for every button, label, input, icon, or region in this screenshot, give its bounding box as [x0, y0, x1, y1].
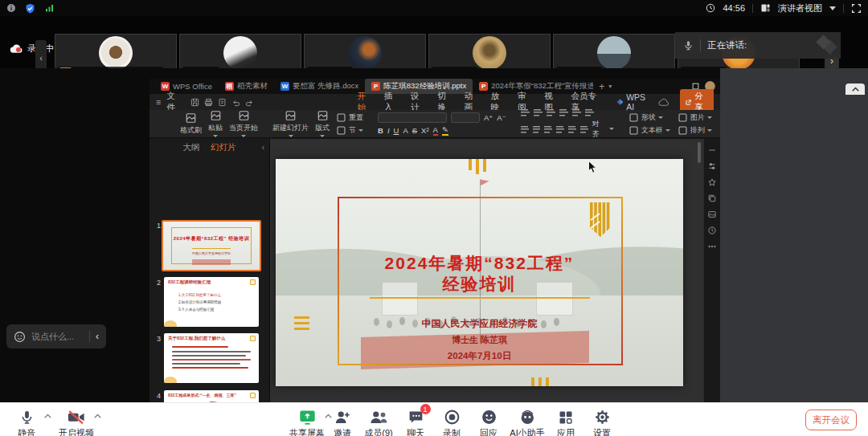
toolbar-ai-assistant-button[interactable]: AI小助手 [510, 407, 544, 436]
list-format-icon[interactable] [547, 108, 555, 116]
cloud-save-icon[interactable] [658, 98, 669, 107]
participant-avatar [223, 36, 257, 70]
fullscreen-icon[interactable] [851, 3, 862, 14]
ribbon-arrange-button[interactable]: 排列 [678, 125, 712, 136]
superscript-button[interactable]: X² [421, 126, 429, 135]
bold-button[interactable]: B [378, 126, 383, 135]
favorites-icon[interactable] [707, 177, 717, 187]
toolbar-label: 回应 [480, 427, 497, 436]
underline-button[interactable]: U [394, 126, 399, 135]
align-format-icon[interactable] [556, 125, 564, 133]
ribbon-section-button[interactable]: 节 [336, 125, 363, 136]
toolbar-members-button[interactable]: 成员(9) [364, 407, 392, 436]
quick-chat-input[interactable]: 说点什么... ‹ [6, 324, 106, 348]
ribbon-align-button[interactable]: 对齐 [592, 119, 605, 140]
options-chevron-icon[interactable] [325, 414, 332, 418]
tab-outline[interactable]: 大纲 [182, 142, 199, 153]
toolbar-record-button[interactable]: 录制 [443, 407, 461, 436]
highlight-color-button[interactable]: ✎ [442, 125, 448, 136]
align-format-icon[interactable] [533, 125, 541, 133]
wps-office-window: WWPS Office稻稻壳素材W要想富 先修路.docxP陈芷琪832经验培训… [149, 79, 720, 402]
align-format-icon[interactable] [521, 125, 529, 133]
ribbon-new-slide-button[interactable]: 新建幻灯片 [272, 110, 309, 137]
options-chevron-icon[interactable] [94, 414, 101, 418]
toolbar-settings-button[interactable]: 设置 [593, 407, 611, 436]
history-icon[interactable] [707, 226, 717, 235]
slide-thumbnail-1[interactable]: 2024年暑期“832工程” 经验培训中国人民大学应用经济学院 [162, 220, 261, 271]
wps-ai-button[interactable]: WPS AI [616, 92, 653, 112]
toolbar-apps-button[interactable]: 应用 [557, 407, 575, 436]
redo-icon[interactable] [245, 98, 254, 107]
toolbar-share-screen-button[interactable]: 共享屏幕 [289, 407, 325, 436]
strip-collapse-button[interactable] [845, 84, 865, 95]
list-format-icon[interactable] [534, 108, 542, 116]
wps-document-tab[interactable]: 稻稻壳素材 [219, 79, 274, 94]
grow-font-button[interactable]: A⁺ [484, 113, 493, 122]
font-name-dropdown[interactable] [378, 112, 447, 123]
chevron-down-icon[interactable] [829, 6, 836, 10]
save-icon[interactable] [190, 98, 199, 107]
info-icon[interactable] [6, 3, 16, 13]
ribbon-brush-button[interactable]: 格式刷 [180, 112, 202, 136]
italic-button[interactable]: I [387, 126, 390, 135]
file-type-icon: W [161, 82, 170, 91]
toolbar-mute-button[interactable]: 静音 [18, 407, 35, 436]
view-mode-selector[interactable]: 演讲者视图 [778, 2, 822, 14]
list-format-icon[interactable] [521, 108, 530, 116]
leave-meeting-button[interactable]: 离开会议 [805, 410, 857, 430]
ribbon-reset-button[interactable]: 重置 [336, 112, 363, 123]
ribbon-layout-button[interactable]: 版式 [315, 110, 330, 137]
wps-document-tab[interactable]: WWPS Office [154, 79, 219, 94]
align-format-icon[interactable] [580, 125, 588, 133]
export-icon[interactable] [218, 98, 227, 107]
print-icon[interactable] [204, 98, 213, 107]
list-format-icon[interactable] [559, 108, 568, 116]
ribbon-paste-button[interactable]: 粘贴 [208, 110, 223, 137]
list-format-icon[interactable] [572, 108, 581, 116]
slide-thumbnail-4[interactable]: 832工程成果形式:“一史、两报、三库” [164, 390, 259, 402]
collapse-icon[interactable] [707, 145, 717, 155]
ribbon-image-button[interactable]: 图片 [678, 112, 712, 123]
undo-icon[interactable] [231, 98, 240, 107]
security-shield-icon[interactable] [25, 3, 35, 14]
align-format-icon[interactable] [544, 125, 552, 133]
toolbar-react-button[interactable]: 回应 [480, 407, 497, 436]
align-format-icon[interactable] [568, 125, 576, 133]
chat-collapse-icon[interactable]: ‹ [96, 331, 99, 342]
toolbar-chat-button[interactable]: 1聊天 [407, 407, 424, 436]
emoji-icon[interactable] [14, 331, 26, 343]
toolbar-invite-button[interactable]: 邀请 [334, 407, 351, 436]
wps-document-tab[interactable]: W要想富 先修路.docx [274, 79, 365, 94]
ribbon-play-button[interactable]: 当页开始 [229, 110, 258, 137]
font-size-dropdown[interactable] [451, 112, 480, 123]
panel-collapse-icon[interactable]: ‹ [262, 143, 264, 152]
strikethrough-button[interactable]: S [412, 126, 417, 135]
watermark-logo [818, 37, 834, 53]
recording-cloud-icon [10, 43, 23, 54]
copy-icon[interactable] [707, 194, 717, 203]
more-icon[interactable] [707, 242, 717, 251]
slide-date: 2024年7月10日 [276, 350, 683, 362]
shrink-font-button[interactable]: A⁻ [497, 113, 506, 122]
toolbar-label: 邀请 [334, 427, 351, 436]
properties-icon[interactable] [707, 161, 717, 171]
image-tool-icon[interactable] [707, 210, 717, 219]
char-a-button[interactable]: A [403, 126, 407, 135]
tab-label: 稻壳素材 [237, 81, 268, 92]
tab-list-chevron-icon[interactable]: ▾ [608, 83, 612, 90]
meeting-toolbar: 离开会议 静音开启视频共享屏幕邀请成员(9)1聊天录制回应AI小助手应用设置 [0, 402, 868, 436]
slide-thumbnail-2[interactable]: 832工程调研经验汇报1.关于832,我想要了解什么2.如何设计和运用调研提纲3… [164, 277, 259, 327]
ribbon-shape-button[interactable]: 形状 [628, 112, 670, 123]
toolbar-camera-button[interactable]: 开启视频 [59, 407, 94, 436]
clock-icon [706, 3, 715, 13]
divider [700, 39, 701, 51]
options-chevron-icon[interactable] [44, 414, 51, 418]
canvas-scrollbar[interactable] [698, 142, 701, 163]
tab-slides[interactable]: 幻灯片 [211, 142, 236, 153]
slide-thumbnail-3[interactable]: 关于832工程,我们想了解什么 [164, 333, 259, 383]
list-format-icon[interactable] [585, 108, 594, 116]
ribbon-textbox-button[interactable]: 文本框 [628, 125, 670, 136]
font-color-button[interactable]: A [433, 125, 438, 136]
hamburger-icon[interactable]: ≡ [156, 97, 161, 107]
network-signal-icon[interactable] [44, 3, 55, 13]
